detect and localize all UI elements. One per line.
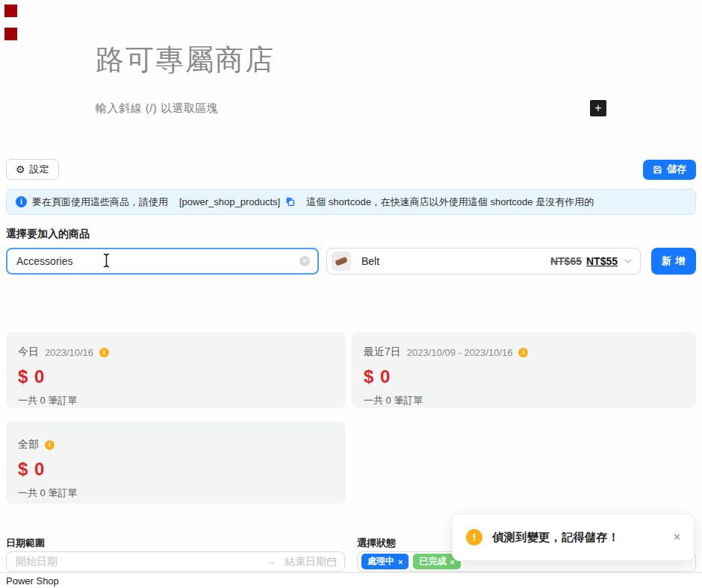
date-filter: 日期範圍 開始日期 → 結束日期: [6, 537, 345, 572]
stat-card-all: 全部 i $ 0 一共 0 筆訂單: [6, 422, 346, 504]
notice-text-prefix: 要在頁面使用這些商品，請使用: [32, 196, 168, 209]
stat-orders: 一共 0 筆訂單: [18, 487, 334, 500]
tag-label: 已完成: [419, 555, 446, 568]
stats-row-2: 全部 i $ 0 一共 0 筆訂單: [6, 422, 696, 504]
stat-period: 最近7日: [364, 345, 401, 359]
save-label: 儲存: [667, 163, 686, 176]
editor-content-column: 路可專屬商店 輸入斜線 (/) 以選取區塊 +: [96, 43, 606, 116]
stat-range: 2023/10/16: [45, 347, 93, 358]
save-icon: [653, 165, 662, 175]
clear-input-icon[interactable]: ×: [299, 256, 310, 266]
block-inserter-button[interactable]: +: [590, 100, 606, 116]
text-cursor-icon: [102, 253, 111, 270]
warning-icon: !: [466, 529, 482, 545]
stat-card-last7days: 最近7日 2023/10/09 - 2023/10/16 i $ 0 一共 0 …: [352, 332, 696, 408]
recording-marker: [4, 28, 17, 40]
tag-remove-icon[interactable]: ×: [398, 557, 403, 566]
date-range-label: 日期範圍: [6, 537, 345, 548]
copy-icon[interactable]: [285, 197, 295, 207]
plus-icon: +: [594, 101, 601, 116]
settings-button[interactable]: ⚙ 設定: [6, 159, 59, 180]
stat-range: 2023/10/09 - 2023/10/16: [407, 347, 513, 358]
start-date-placeholder[interactable]: 開始日期: [16, 555, 58, 569]
stat-period: 今日: [18, 345, 39, 359]
arrow-right-icon: →: [266, 556, 276, 567]
shortcode-text[interactable]: [power_shop_products]: [179, 196, 280, 207]
info-icon[interactable]: i: [518, 348, 528, 357]
status-tag-processing[interactable]: 處理中 ×: [361, 554, 409, 569]
stat-amount: $ 0: [18, 366, 334, 387]
info-icon[interactable]: i: [99, 348, 109, 357]
product-price-original: NT$65: [550, 255, 582, 267]
breadcrumb-label[interactable]: Power Shop: [6, 575, 59, 587]
stat-orders: 一共 0 筆訂單: [18, 394, 334, 407]
recording-marker: [4, 4, 17, 17]
info-icon[interactable]: i: [45, 440, 55, 450]
stat-amount: $ 0: [18, 459, 334, 480]
info-icon: i: [16, 196, 27, 207]
date-range-input[interactable]: 開始日期 → 結束日期: [6, 551, 345, 572]
stat-orders: 一共 0 筆訂單: [364, 394, 684, 407]
end-date-placeholder[interactable]: 結束日期: [285, 555, 326, 569]
post-title[interactable]: 路可專屬商店: [96, 43, 606, 76]
block-placeholder-text[interactable]: 輸入斜線 (/) 以選取區塊: [96, 101, 219, 116]
gear-icon: ⚙: [16, 164, 25, 175]
power-shop-block: ⚙ 設定 儲存 i 要在頁面使用這些商品，請使用 [power_shop_pro…: [0, 159, 702, 572]
product-picker-row: Accessories × Belt NT$65 NT$55 新 增: [6, 248, 696, 275]
toast-message: 偵測到變更，記得儲存！: [492, 531, 620, 545]
notice-text-suffix: 這個 shortcode，在快速商店以外使用這個 shortcode 是沒有作用…: [306, 196, 594, 209]
product-price-sale: NT$55: [586, 255, 618, 267]
product-thumbnail: [332, 251, 351, 271]
calendar-icon: [326, 557, 337, 567]
product-picker-label: 選擇要加入的商品: [6, 228, 696, 240]
save-button[interactable]: 儲存: [643, 160, 696, 180]
shortcode-notice: i 要在頁面使用這些商品，請使用 [power_shop_products] 這…: [6, 189, 696, 215]
product-search-input[interactable]: Accessories ×: [6, 248, 319, 275]
stat-period: 全部: [18, 438, 39, 451]
product-select[interactable]: Belt NT$65 NT$55: [326, 248, 641, 275]
product-name: Belt: [361, 255, 379, 267]
add-product-button[interactable]: 新 增: [651, 248, 696, 275]
stat-amount: $ 0: [364, 366, 684, 387]
stats-row-1: 今日 2023/10/16 i $ 0 一共 0 筆訂單 最近7日 2023/1…: [6, 332, 696, 408]
block-breadcrumb[interactable]: Power Shop: [0, 572, 702, 588]
close-icon[interactable]: ×: [674, 531, 680, 543]
tag-label: 處理中: [367, 555, 394, 568]
empty-paragraph-block: 輸入斜線 (/) 以選取區塊 +: [96, 100, 606, 116]
search-input-value: Accessories: [16, 255, 72, 267]
block-toolbar: ⚙ 設定 儲存: [6, 159, 696, 180]
settings-label: 設定: [30, 163, 49, 176]
stat-card-today: 今日 2023/10/16 i $ 0 一共 0 筆訂單: [6, 332, 346, 408]
unsaved-changes-toast: ! 偵測到變更，記得儲存！ ×: [452, 513, 695, 561]
chevron-down-icon: [624, 257, 633, 266]
